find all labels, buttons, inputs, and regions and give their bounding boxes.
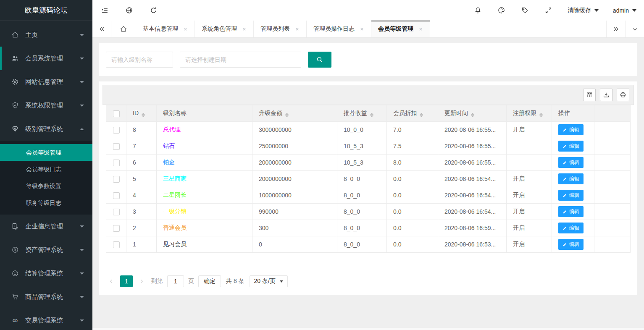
column-header-update-time[interactable]: 更新时间 (438, 105, 507, 122)
sort-icon[interactable] (539, 113, 543, 117)
table-row: 3 一级分销 990000 8_0_0 0.0 2020-08-06 16:54… (106, 204, 631, 220)
user-dropdown[interactable]: admin (613, 7, 636, 14)
tab-admin-op-log[interactable]: 管理员操作日志 (307, 21, 371, 37)
tabs-scroll-left-button[interactable] (92, 21, 111, 37)
bell-icon[interactable] (473, 6, 483, 15)
select-all-checkbox[interactable] (113, 110, 120, 117)
refresh-icon[interactable] (149, 6, 158, 15)
cell-permission: 开启 (507, 171, 552, 187)
sidebar-item-label: 主页 (25, 31, 80, 39)
sidebar-subitem-level-params[interactable]: 等级参数设置 (0, 178, 92, 194)
menu-fold-icon[interactable] (100, 6, 109, 15)
create-date-input[interactable] (180, 52, 301, 68)
tab-system-roles[interactable]: 系统角色管理 (195, 21, 254, 37)
filter-columns-icon[interactable] (583, 89, 596, 101)
tab-admin-list[interactable]: 管理员列表 (254, 21, 307, 37)
edit-button[interactable]: 编辑 (558, 206, 584, 217)
edit-button[interactable]: 编辑 (558, 141, 584, 152)
palette-icon[interactable] (497, 6, 506, 15)
clear-cache-dropdown[interactable]: 清除缓存 (568, 7, 599, 14)
page-size-select[interactable]: 20 条/页 (250, 275, 288, 287)
sidebar-subitem-member-level-manage[interactable]: 会员等级管理 (0, 144, 92, 161)
close-icon[interactable] (295, 27, 300, 31)
sidebar-subitem-member-level-log[interactable]: 会员等级日志 (0, 161, 92, 178)
cell-amount: 300 (252, 220, 337, 236)
export-icon[interactable] (600, 89, 612, 101)
row-checkbox[interactable] (113, 176, 120, 183)
cell-permission: 开启 (507, 122, 552, 138)
level-system-submenu: 会员等级管理 会员等级日志 等级参数设置 职务等级日志 (0, 141, 92, 215)
tab-basic-info[interactable]: 基本信息管理 (136, 21, 195, 37)
close-icon[interactable] (418, 27, 423, 31)
column-header-filler (594, 105, 631, 122)
cell-updated: 2020-08-06 16:54... (438, 204, 507, 220)
edit-button[interactable]: 编辑 (558, 157, 584, 168)
row-checkbox[interactable] (113, 143, 120, 150)
search-panel (99, 43, 637, 76)
next-page-icon[interactable] (136, 275, 147, 287)
goto-page-input[interactable] (167, 275, 184, 287)
sort-icon[interactable] (285, 113, 289, 117)
row-checkbox[interactable] (113, 209, 120, 215)
horizontal-scrollbar[interactable] (92, 327, 644, 330)
tabs-scroll-right-button[interactable] (606, 21, 625, 37)
fullscreen-icon[interactable] (544, 6, 553, 15)
goto-label: 到第 (151, 278, 163, 285)
tab-member-level-manage[interactable]: 会员等级管理 (371, 21, 430, 37)
row-checkbox[interactable] (113, 160, 120, 166)
sidebar-subitem-duty-level-log[interactable]: 职务等级日志 (0, 194, 92, 211)
edit-button[interactable]: 编辑 (558, 239, 584, 250)
sidebar-item-trade[interactable]: ∞ 交易管理系统 (0, 309, 92, 330)
edit-button[interactable]: 编辑 (558, 223, 584, 233)
sort-icon[interactable] (370, 113, 373, 117)
edit-button[interactable]: 编辑 (558, 124, 584, 135)
sort-icon[interactable] (142, 113, 145, 117)
confirm-page-button[interactable]: 确定 (198, 275, 221, 287)
sidebar-item-enterprise-info[interactable]: 企业信息管理 (0, 215, 92, 238)
level-name-input[interactable] (106, 52, 173, 68)
close-icon[interactable] (360, 27, 364, 31)
globe-icon[interactable] (124, 6, 134, 15)
search-button[interactable] (308, 52, 331, 68)
gear-icon (11, 78, 19, 86)
sidebar-item-level-system[interactable]: 级别管理系统 (0, 117, 92, 141)
sidebar-item-assets[interactable]: 资产管理系统 (0, 238, 92, 262)
column-header-member-discount[interactable]: 会员折扣 (387, 105, 438, 122)
sidebar-item-member-system[interactable]: 会员系统管理 (0, 47, 92, 70)
tabs-menu-button[interactable] (625, 21, 644, 37)
topbar-right: 清除缓存 admin (473, 6, 636, 15)
column-header-referral-income[interactable]: 推荐收益 (337, 105, 387, 122)
row-checkbox[interactable] (113, 225, 120, 232)
sort-icon[interactable] (471, 113, 474, 117)
column-header-id[interactable]: ID (126, 105, 157, 122)
cell-actions: 编辑 (552, 155, 594, 171)
cell-updated: 2020-08-06 16:55... (438, 138, 507, 155)
row-checkbox[interactable] (113, 241, 120, 248)
search-icon (316, 56, 323, 63)
column-header-level-name: 级别名称 (157, 105, 252, 122)
current-page-button[interactable]: 1 (120, 275, 133, 287)
sidebar-item-site-info[interactable]: 网站信息管理 (0, 70, 92, 94)
column-header-upgrade-amount[interactable]: 升级金额 (252, 105, 337, 122)
close-icon[interactable] (242, 27, 247, 31)
tab-home[interactable] (111, 21, 136, 37)
sidebar-item-settlement[interactable]: 结算管理系统 (0, 262, 92, 285)
column-header-register-permission[interactable]: 注册权限 (507, 105, 552, 122)
print-icon[interactable] (617, 89, 629, 101)
tag-icon[interactable] (520, 6, 530, 15)
cell-actions: 编辑 (552, 204, 594, 220)
sidebar-item-goods[interactable]: 商品管理系统 (0, 285, 92, 309)
cell-permission (507, 138, 552, 155)
chevron-down-icon (80, 296, 84, 298)
edit-button[interactable]: 编辑 (558, 173, 584, 184)
cell-level-name: 一级分销 (157, 204, 252, 220)
sidebar-item-home[interactable]: 主页 (0, 23, 92, 47)
cell-actions: 编辑 (552, 138, 594, 155)
row-checkbox[interactable] (113, 127, 120, 134)
sidebar-item-permissions[interactable]: 系统权限管理 (0, 94, 92, 117)
row-checkbox[interactable] (113, 192, 120, 199)
close-icon[interactable] (183, 27, 188, 31)
prev-page-icon[interactable] (106, 275, 117, 287)
edit-button[interactable]: 编辑 (558, 190, 584, 201)
sort-icon[interactable] (420, 113, 423, 117)
